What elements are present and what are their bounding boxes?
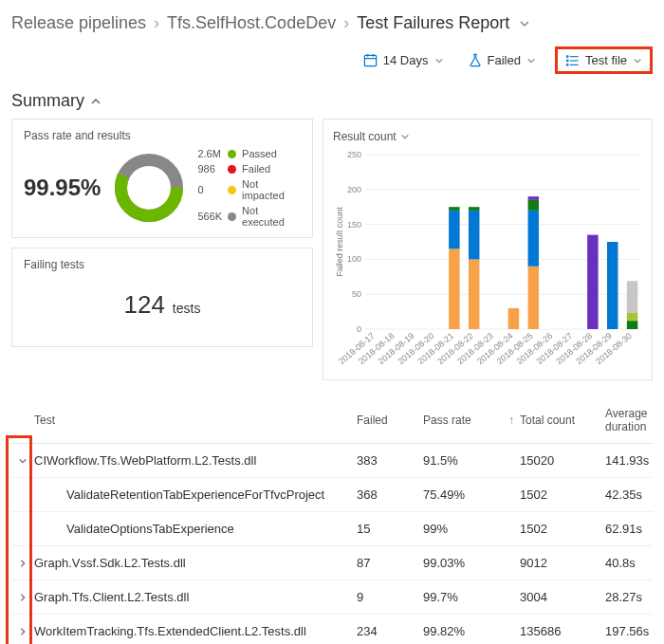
breadcrumb-sep: › [343,13,349,33]
passrate-legend: 2.6MPassed986Failed0Not impacted566KNot … [197,148,301,228]
chevron-down-icon [434,56,444,65]
avg-duration: 28.27s [605,590,653,604]
svg-text:100: 100 [347,254,361,264]
filter-groupby[interactable]: Test file [555,46,653,74]
svg-rect-29 [449,248,459,329]
pass-rate: 91.5% [423,453,508,468]
avg-duration: 62.91s [605,522,653,536]
legend-dot [228,165,236,174]
failing-unit: tests [173,301,201,316]
svg-rect-42 [528,200,539,211]
breadcrumb-root[interactable]: Release pipelines [11,13,146,33]
sort-arrow-icon[interactable]: ↑ [508,414,520,427]
table-row[interactable]: ValidateOptionsTabExperience1599%150262.… [11,512,653,546]
test-name: CIWorkflow.Tfs.WebPlatform.L2.Tests.dll [34,453,357,468]
table-row[interactable]: WorkItemTracking.Tfs.ExtendedClient.L2.T… [11,615,653,644]
svg-rect-52 [627,312,637,321]
passrate-card: Pass rate and results 99.95% 2.6MPassed9… [11,119,313,238]
filter-outcome[interactable]: Failed [463,49,542,71]
filter-days-label: 14 Days [383,53,429,67]
pass-rate: 75.49% [423,488,508,502]
svg-rect-49 [607,242,618,329]
total-count: 1502 [520,522,605,536]
failed-count: 234 [357,624,423,638]
failed-count: 9 [357,590,423,604]
test-name: Graph.Tfs.Client.L2.Tests.dll [34,590,357,604]
failing-card: Failing tests 124 tests [11,248,313,347]
filter-groupby-label: Test file [585,53,627,67]
avg-duration: 141.93s [605,453,653,468]
avg-duration: 197.56s [605,624,653,638]
svg-rect-35 [469,207,479,211]
test-name: ValidateOptionsTabExperience [34,522,357,536]
breadcrumb-mid[interactable]: Tfs.SelfHost.CodeDev [167,13,336,33]
pass-rate: 99.82% [423,624,508,638]
passrate-donut [112,151,186,225]
filter-outcome-label: Failed [488,53,521,67]
svg-point-9 [566,64,568,65]
svg-text:150: 150 [347,220,361,230]
total-count: 15020 [520,453,605,468]
filter-days[interactable]: 14 Days [358,49,450,71]
failed-count: 383 [357,453,423,468]
total-count: 1502 [520,488,605,502]
col-failed[interactable]: Failed [357,414,423,427]
group-icon [565,54,580,67]
legend-dot [228,186,236,194]
summary-heading[interactable]: Summary [11,91,653,111]
legend-label: Failed [242,163,301,175]
svg-rect-47 [587,235,598,329]
svg-rect-40 [528,267,539,329]
test-table: Test Failed Pass rate ↑ Total count Aver… [11,397,653,644]
legend-label: Passed [242,148,301,159]
svg-text:0: 0 [357,324,361,334]
avg-duration: 40.8s [605,556,653,570]
pass-rate: 99.7% [423,590,508,604]
failed-count: 368 [357,488,423,502]
total-count: 9012 [520,556,605,570]
svg-text:200: 200 [347,185,361,194]
legend-count: 0 [197,184,222,195]
total-count: 135686 [520,624,605,638]
summary-label: Summary [11,91,84,111]
legend-label: Not impacted [242,178,301,201]
svg-rect-43 [528,196,539,200]
table-header: Test Failed Pass rate ↑ Total count Aver… [11,397,653,444]
table-row[interactable]: ValidateRetentionTabExperienceForTfvcPro… [11,478,653,512]
svg-text:250: 250 [347,150,361,159]
avg-duration: 42.35s [605,488,653,502]
col-avg[interactable]: Average duration [605,407,653,433]
col-passrate[interactable]: Pass rate [423,414,508,427]
total-count: 3004 [520,590,605,604]
test-name: Graph.Vssf.Sdk.L2.Tests.dll [34,556,357,570]
legend-label: Not executed [242,205,301,228]
table-row[interactable]: Graph.Vssf.Sdk.L2.Tests.dll8799.03%90124… [11,546,653,580]
legend-count: 566K [197,211,222,222]
chevron-down-icon [633,56,642,65]
chevron-down-icon[interactable] [519,18,530,29]
breadcrumb-sep: › [154,13,159,33]
failing-count: 124 [124,290,165,319]
svg-rect-51 [627,321,637,329]
svg-rect-33 [469,259,479,329]
col-total[interactable]: Total count [520,414,605,427]
svg-point-7 [566,55,568,57]
svg-rect-31 [449,207,459,211]
chevron-up-icon [90,96,101,107]
svg-text:50: 50 [352,289,361,299]
svg-rect-0 [364,55,376,65]
table-row[interactable]: Graph.Tfs.Client.L2.Tests.dll999.7%30042… [11,580,653,615]
col-test[interactable]: Test [34,414,357,427]
expand-column-highlight [6,435,32,644]
passrate-title: Pass rate and results [24,129,301,142]
resultcount-title[interactable]: Result count [333,130,410,143]
beaker-icon [469,53,482,67]
svg-rect-34 [469,211,479,260]
breadcrumb-leaf[interactable]: Test Failures Report [357,13,509,33]
pass-rate: 99.03% [423,556,508,570]
table-row[interactable]: CIWorkflow.Tfs.WebPlatform.L2.Tests.dll3… [11,444,653,478]
svg-rect-38 [508,308,519,329]
chevron-down-icon [400,132,410,141]
resultcount-card: Result count 050100150200250Failed resul… [323,119,653,380]
failed-count: 15 [357,522,423,536]
